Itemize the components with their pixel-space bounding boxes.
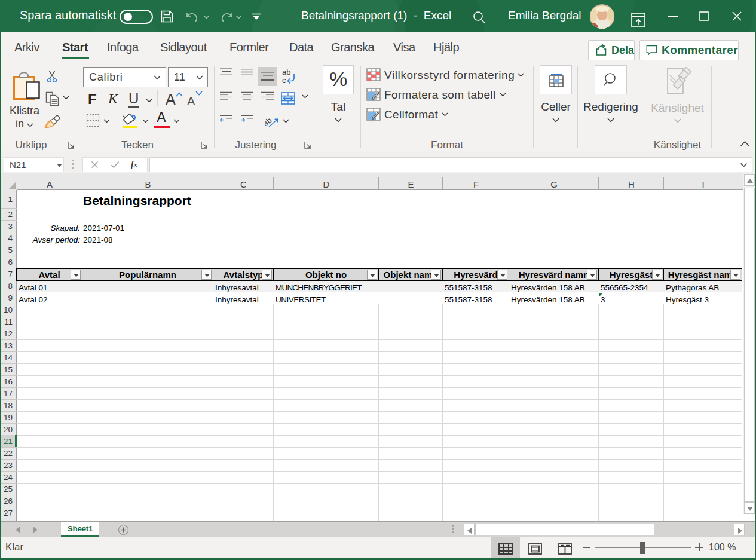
svg-text:ab: ab bbox=[265, 115, 274, 127]
svg-text:c: c bbox=[282, 76, 286, 84]
svg-text:ab: ab bbox=[282, 68, 290, 76]
